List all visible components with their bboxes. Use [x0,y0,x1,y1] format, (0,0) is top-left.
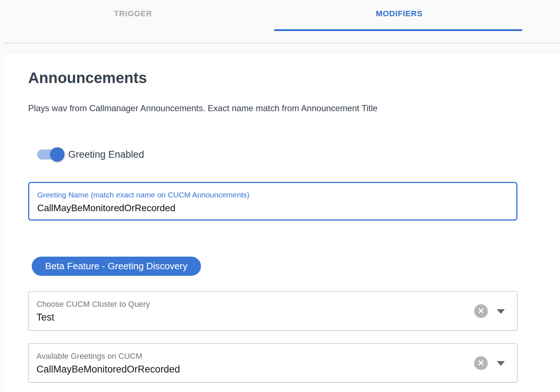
greeting-enabled-row: Greeting Enabled [28,147,517,162]
tab-modifiers-label: MODIFIERS [376,9,423,18]
tab-modifiers[interactable]: MODIFIERS [266,0,533,43]
cucm-cluster-label: Choose CUCM Cluster to Query [36,300,470,309]
chevron-down-icon[interactable] [497,309,505,314]
background-strip [0,43,560,54]
greeting-name-value[interactable]: CallMayBeMonitoredOrRecorded [37,202,508,214]
greeting-name-field[interactable]: Greeting Name (match exact name on CUCM … [28,182,517,221]
section-description: Plays wav from Callmanager Announcements… [28,103,517,113]
greeting-name-label: Greeting Name (match exact name on CUCM … [37,191,508,199]
greeting-enabled-label: Greeting Enabled [68,149,144,160]
available-greetings-label: Available Greetings on CUCM [36,352,470,361]
chevron-down-icon[interactable] [497,361,505,366]
cucm-cluster-select[interactable]: Choose CUCM Cluster to Query Test ✕ [28,291,517,331]
tab-bar-divider [5,43,560,43]
cucm-cluster-value: Test [36,312,470,323]
available-greetings-select[interactable]: Available Greetings on CUCM CallMayBeMon… [28,343,517,383]
tab-trigger-label: TRIGGER [114,9,152,18]
clear-icon[interactable]: ✕ [474,304,488,318]
active-tab-indicator [274,29,522,31]
available-greetings-value: CallMayBeMonitoredOrRecorded [36,364,470,375]
toggle-thumb [50,147,65,162]
beta-feature-button-label: Beta Feature - Greeting Discovery [45,261,188,272]
page-title: Announcements [28,69,517,87]
beta-feature-button[interactable]: Beta Feature - Greeting Discovery [32,257,201,276]
greeting-enabled-toggle[interactable] [37,147,63,162]
tab-bar: TRIGGER MODIFIERS [0,0,560,43]
modifiers-panel: Announcements Plays wav from Callmanager… [5,54,560,392]
clear-icon[interactable]: ✕ [474,356,488,370]
tab-trigger[interactable]: TRIGGER [0,0,266,43]
